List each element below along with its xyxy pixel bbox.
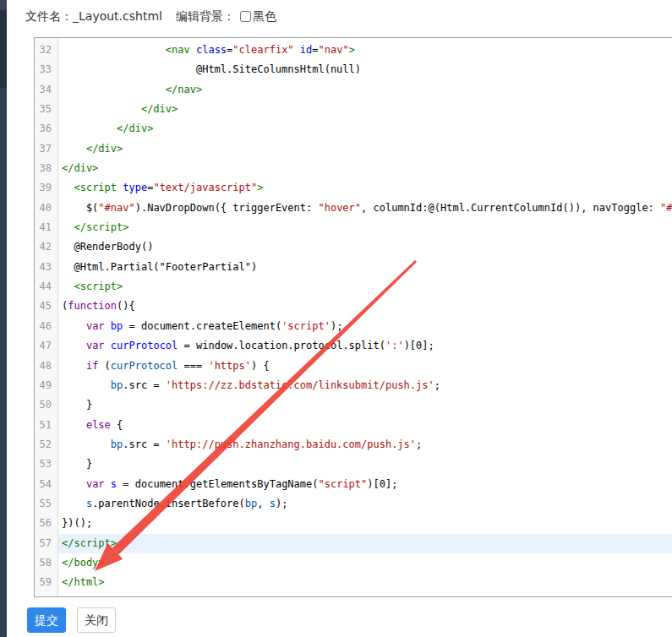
code-editor[interactable]: 3233343536373839404142434445464748495051… — [34, 37, 672, 597]
line-number-47: 47 — [35, 336, 57, 356]
line-number-36: 36 — [35, 119, 57, 139]
line-number-35: 35 — [35, 100, 57, 119]
line-number-59: 59 — [35, 573, 57, 592]
line-number-54: 54 — [35, 475, 57, 494]
footer-actions: 提交 关闭 — [27, 607, 116, 633]
edit-background-label: 编辑背景： — [176, 9, 235, 23]
line-number-37: 37 — [35, 139, 57, 159]
code-area[interactable]: <nav class="clearfix" id="nav"> @Html.Si… — [58, 38, 672, 596]
edge-strip-top — [0, 0, 7, 10]
code-line-35[interactable]: </div> — [58, 100, 672, 119]
line-number-51: 51 — [35, 416, 57, 435]
code-line-36[interactable]: </div> — [58, 119, 672, 139]
line-number-45: 45 — [35, 297, 57, 316]
code-line-39[interactable]: <script type="text/javascript"> — [58, 178, 672, 198]
line-number-49: 49 — [35, 376, 57, 395]
close-button[interactable]: 关闭 — [77, 607, 116, 633]
line-number-32: 32 — [35, 41, 57, 60]
code-line-40[interactable]: $("#nav").NavDropDown({ triggerEvent: "h… — [58, 199, 672, 218]
line-number-57: 57 — [35, 534, 57, 553]
line-number-38: 38 — [35, 159, 57, 178]
dark-background-option-label: 黑色 — [253, 9, 276, 23]
code-line-33[interactable]: @Html.SiteColumnsHtml(null) — [58, 60, 672, 79]
code-line-34[interactable]: </nav> — [58, 80, 672, 100]
code-line-43[interactable]: @Html.Partial("FooterPartial") — [58, 258, 672, 277]
editor-header-bar: 文件名：_Layout.cshtml编辑背景：黑色 — [7, 0, 672, 32]
submit-button[interactable]: 提交 — [27, 607, 66, 633]
code-line-38[interactable]: </div> — [58, 159, 672, 178]
code-line-54[interactable]: var s = document.getElementsByTagName("s… — [58, 475, 672, 494]
line-number-58: 58 — [35, 553, 57, 573]
code-line-57[interactable]: </script> — [58, 534, 672, 553]
line-number-53: 53 — [35, 455, 57, 474]
code-line-47[interactable]: var curProtocol = window.location.protoc… — [58, 336, 672, 356]
code-line-46[interactable]: var bp = document.createElement('script'… — [58, 317, 672, 336]
code-line-32[interactable]: <nav class="clearfix" id="nav"> — [58, 41, 672, 60]
line-number-43: 43 — [35, 258, 57, 277]
code-line-48[interactable]: if (curProtocol === 'https') { — [58, 357, 672, 376]
page-edge-decoration — [0, 0, 7, 637]
code-line-50[interactable]: } — [58, 395, 672, 415]
dark-background-checkbox[interactable] — [240, 11, 251, 22]
line-number-34: 34 — [35, 80, 57, 100]
line-number-33: 33 — [35, 60, 57, 79]
code-line-58[interactable]: </body> — [58, 553, 672, 573]
line-number-55: 55 — [35, 494, 57, 514]
line-number-42: 42 — [35, 237, 57, 257]
code-line-55[interactable]: s.parentNode.insertBefore(bp, s); — [58, 494, 672, 514]
line-number-52: 52 — [35, 435, 57, 455]
code-line-45[interactable]: (function(){ — [58, 297, 672, 316]
filename-value: _Layout.cshtml — [73, 9, 162, 23]
code-line-41[interactable]: </script> — [58, 218, 672, 237]
line-number-gutter: 3233343536373839404142434445464748495051… — [35, 38, 58, 596]
filename-label: 文件名： — [25, 9, 73, 23]
edge-strip-mid — [0, 10, 7, 88]
line-number-40: 40 — [35, 199, 57, 218]
code-line-56[interactable]: })(); — [58, 514, 672, 533]
code-line-51[interactable]: else { — [58, 416, 672, 435]
code-line-44[interactable]: <script> — [58, 277, 672, 297]
code-line-49[interactable]: bp.src = 'https://zz.bdstatic.com/linksu… — [58, 376, 672, 395]
line-number-41: 41 — [35, 218, 57, 237]
line-number-48: 48 — [35, 357, 57, 376]
line-number-50: 50 — [35, 395, 57, 415]
code-line-52[interactable]: bp.src = 'http://push.zhanzhang.baidu.co… — [58, 435, 672, 455]
code-line-53[interactable]: } — [58, 455, 672, 474]
code-line-59[interactable]: </html> — [58, 573, 672, 592]
code-line-37[interactable]: </div> — [58, 139, 672, 159]
line-number-44: 44 — [35, 277, 57, 297]
line-number-46: 46 — [35, 317, 57, 336]
line-number-39: 39 — [35, 178, 57, 198]
line-number-56: 56 — [35, 514, 57, 533]
code-line-42[interactable]: @RenderBody() — [58, 237, 672, 257]
